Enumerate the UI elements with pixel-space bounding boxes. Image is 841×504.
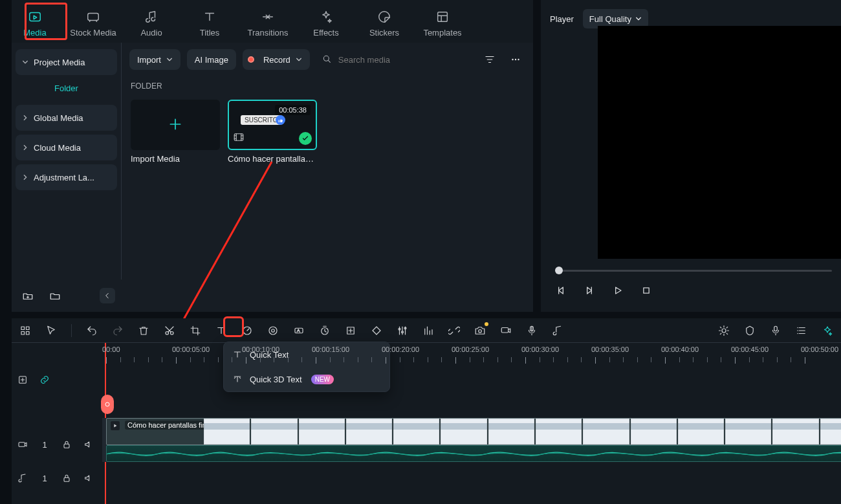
brightness-icon[interactable]: [717, 323, 731, 338]
svg-rect-26: [501, 327, 508, 333]
redo-icon[interactable]: [111, 323, 125, 338]
svg-point-31: [797, 330, 798, 331]
audio-clip[interactable]: [106, 445, 841, 462]
prev-frame-icon[interactable]: [554, 283, 568, 298]
tab-templates[interactable]: Templates: [419, 1, 466, 42]
svg-rect-35: [64, 444, 69, 448]
nav-project-media[interactable]: Project Media: [16, 49, 117, 75]
tab-transitions[interactable]: Transitions: [245, 1, 291, 42]
scrubber[interactable]: [550, 264, 832, 277]
text-tool-icon[interactable]: [214, 323, 228, 338]
grid-icon[interactable]: [18, 323, 32, 338]
nav-global-media[interactable]: Global Media: [16, 105, 117, 131]
media-panel: Import AI Image Record FOLDER: [122, 43, 533, 312]
svg-rect-12: [21, 331, 25, 334]
import-media-tile[interactable]: Import Media: [131, 100, 220, 164]
link-break-icon[interactable]: [447, 323, 461, 338]
sidebar-footer: [12, 279, 122, 312]
clip-frames: [204, 419, 841, 444]
import-button[interactable]: Import: [129, 49, 180, 70]
titles-icon: [202, 10, 217, 24]
tab-effects[interactable]: Effects: [303, 1, 349, 42]
tab-label: Templates: [423, 28, 461, 38]
lock-icon[interactable]: [61, 439, 72, 450]
svg-point-6: [518, 59, 519, 60]
video-track-icon[interactable]: [17, 439, 28, 450]
svg-rect-13: [27, 331, 30, 334]
ruler-label: 00:00:05:00: [172, 345, 210, 353]
audio-track-controls: 1: [17, 472, 94, 484]
svg-point-28: [722, 329, 726, 333]
caption-icon[interactable]: [292, 323, 306, 338]
music-tool-icon[interactable]: [551, 323, 565, 338]
search-box[interactable]: [316, 49, 474, 70]
color-icon[interactable]: [266, 323, 280, 338]
music-note-icon[interactable]: [17, 472, 28, 484]
timeline-left-column: 1 1: [12, 343, 102, 504]
track-number: 1: [39, 439, 50, 450]
step-forward-icon[interactable]: [582, 283, 596, 298]
player-viewport[interactable]: [598, 26, 841, 259]
new-folder-icon[interactable]: [18, 286, 38, 305]
folder-icon[interactable]: [45, 286, 65, 305]
tab-stickers[interactable]: Stickers: [361, 1, 408, 42]
nav-folder[interactable]: Folder: [12, 75, 121, 101]
cursor-icon[interactable]: [44, 323, 58, 338]
svg-point-38: [105, 402, 109, 406]
ai-tool-icon[interactable]: [820, 323, 835, 338]
mute-icon[interactable]: [83, 472, 94, 484]
add-track-icon[interactable]: [17, 374, 28, 386]
tab-media[interactable]: Media: [12, 1, 58, 42]
playhead-handle[interactable]: [101, 395, 114, 414]
delete-icon[interactable]: [137, 323, 151, 338]
sliders-icon[interactable]: [395, 323, 410, 338]
marker-icon[interactable]: [743, 323, 757, 338]
stop-icon[interactable]: [639, 283, 653, 298]
record-button[interactable]: Record: [243, 49, 310, 70]
button-label: AI Image: [195, 55, 228, 65]
chevron-right-icon: [22, 174, 28, 181]
filter-icon[interactable]: [480, 50, 499, 69]
center-icon[interactable]: [344, 323, 358, 338]
tab-stock-media[interactable]: Stock Media: [70, 1, 116, 42]
svg-rect-1: [88, 13, 99, 20]
search-icon: [322, 54, 332, 66]
svg-rect-10: [21, 327, 25, 330]
cut-icon[interactable]: [162, 323, 177, 338]
play-icon[interactable]: [611, 283, 625, 298]
equalizer-icon[interactable]: [421, 323, 435, 338]
tab-audio[interactable]: Audio: [128, 1, 175, 42]
nav-label: Global Media: [34, 113, 83, 123]
chevron-right-icon: [22, 144, 28, 151]
clip-tile[interactable]: 00:05:38 SUSCRITO Cómo hacer pantallas .…: [228, 100, 317, 164]
scrubber-knob[interactable]: [555, 267, 563, 274]
nav-cloud-media[interactable]: Cloud Media: [16, 135, 117, 160]
list-icon[interactable]: [794, 323, 809, 338]
voiceover-icon[interactable]: [525, 323, 539, 338]
timer-icon[interactable]: [318, 323, 332, 338]
lock-icon[interactable]: [61, 472, 72, 484]
tile-box: 00:05:38 SUSCRITO: [228, 100, 317, 150]
record-screen-icon[interactable]: [499, 323, 513, 338]
undo-icon[interactable]: [85, 323, 99, 338]
crop-icon[interactable]: [188, 323, 202, 338]
svg-rect-34: [19, 443, 25, 447]
workspace-tabs: Media Stock Media Audio Titles Transitio…: [12, 0, 533, 43]
tab-label: Stickers: [369, 28, 399, 38]
mute-icon[interactable]: [83, 439, 94, 450]
link-icon[interactable]: [39, 374, 50, 386]
mic-icon[interactable]: [769, 323, 783, 338]
timeline-ruler[interactable]: 00:0000:00:05:0000:00:10:0000:00:15:0000…: [102, 343, 841, 369]
ai-image-button[interactable]: AI Image: [187, 49, 236, 70]
more-icon[interactable]: [506, 50, 525, 69]
keyframe-icon[interactable]: [369, 323, 384, 338]
video-clip[interactable]: Cómo hacer pantallas finales: [106, 418, 841, 445]
search-input[interactable]: [337, 54, 468, 65]
clip-play-icon: [111, 421, 120, 430]
camera-icon[interactable]: [473, 323, 487, 338]
tab-titles[interactable]: Titles: [186, 1, 233, 42]
speed-icon[interactable]: [240, 323, 254, 338]
nav-adjustment-layer[interactable]: Adjustment La...: [16, 164, 117, 190]
collapse-sidebar-button[interactable]: [100, 288, 115, 303]
tab-label: Transitions: [247, 28, 288, 38]
